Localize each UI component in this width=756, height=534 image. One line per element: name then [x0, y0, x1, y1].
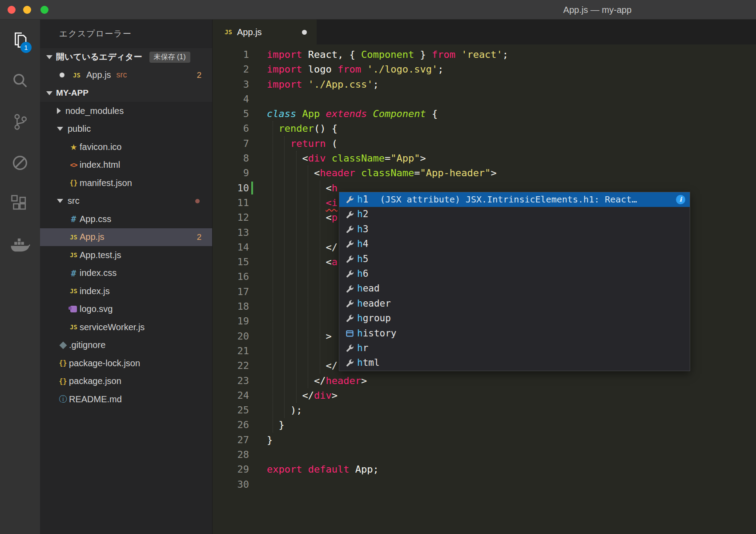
tree-item-node_modules[interactable]: node_modules	[40, 102, 212, 120]
suggestion-label: html	[357, 356, 380, 370]
svg-file-icon	[68, 306, 80, 312]
js-file-icon: JS	[68, 287, 80, 295]
line-number: 29	[237, 462, 249, 477]
line-number: 22	[237, 358, 249, 373]
tree-item-public[interactable]: public	[40, 120, 212, 138]
code-line[interactable]: 1import React, { Component } from 'react…	[213, 47, 756, 62]
code-line[interactable]: 30	[213, 477, 756, 492]
dirty-dot-icon[interactable]	[302, 30, 307, 35]
tree-item-index.js[interactable]: JSindex.js	[40, 282, 212, 300]
suggestion-html[interactable]: html	[339, 356, 690, 370]
code-text: <p	[267, 210, 338, 225]
suggestion-hgroup[interactable]: hgroup	[339, 311, 690, 326]
gutter: 8	[213, 151, 267, 166]
code-text: import React, { Component } from 'react'…	[267, 47, 508, 62]
git-branch-icon	[11, 113, 29, 131]
activity-search[interactable]	[0, 61, 40, 101]
code-line[interactable]: 4	[213, 92, 756, 106]
suggestion-label: h1	[357, 192, 368, 207]
line-number: 16	[237, 269, 249, 284]
code-line[interactable]: 3import './App.css';	[213, 77, 756, 92]
suggestion-head[interactable]: head	[339, 281, 690, 296]
code-text: </	[267, 358, 338, 373]
line-number: 10	[237, 181, 249, 195]
js-file-icon: JS	[68, 324, 80, 331]
tree-item-App.css[interactable]: #App.css	[40, 210, 212, 228]
activity-explorer[interactable]: 1	[0, 20, 40, 61]
suggestion-history[interactable]: history	[339, 326, 690, 341]
suggestion-h3[interactable]: h3	[339, 222, 690, 237]
tree-item-App.test.js[interactable]: JSApp.test.js	[40, 246, 212, 264]
editor: JS App.js 1import React, { Component } f…	[213, 20, 756, 534]
suggestion-h4[interactable]: h4	[339, 237, 690, 251]
minimize-button[interactable]	[23, 6, 31, 14]
code-line[interactable]: 2import logo from './logo.svg';	[213, 62, 756, 77]
js-file-icon: JS	[222, 28, 234, 36]
tree-item-serviceWorker.js[interactable]: JSserviceWorker.js	[40, 318, 212, 336]
wrench-icon	[344, 299, 355, 308]
code-line[interactable]: 23 </header>	[213, 373, 756, 388]
gutter: 18	[213, 299, 267, 314]
info-icon[interactable]: i	[676, 195, 685, 204]
tree-item-index.css[interactable]: #index.css	[40, 264, 212, 283]
activity-source-control[interactable]	[0, 101, 40, 142]
code-line[interactable]: 28	[213, 447, 756, 462]
tree-item-.gitignore[interactable]: .gitignore	[40, 336, 212, 355]
chevron-down-icon	[46, 55, 52, 59]
dirty-dot-icon	[60, 73, 64, 77]
open-editor-desc: src	[117, 70, 127, 80]
tree-item-package-lock.json[interactable]: {}package-lock.json	[40, 354, 212, 372]
suggestion-label: h4	[357, 237, 368, 251]
project-header[interactable]: MY-APP	[40, 84, 212, 102]
tree-item-index.html[interactable]: <>index.html	[40, 156, 212, 174]
tree-item-logo.svg[interactable]: logo.svg	[40, 300, 212, 319]
activity-debug[interactable]	[0, 142, 40, 183]
code-line[interactable]: 25 );	[213, 403, 756, 417]
html-file-icon: <>	[68, 161, 80, 169]
suggestion-header[interactable]: header	[339, 296, 690, 311]
tree-item-src[interactable]: src	[40, 192, 212, 210]
tree-item-manifest.json[interactable]: {}manifest.json	[40, 174, 212, 192]
line-number: 20	[237, 329, 249, 344]
code-area[interactable]: 1import React, { Component } from 'react…	[213, 44, 756, 534]
added-line-marker	[251, 182, 253, 194]
gutter: 13	[213, 225, 267, 240]
activity-docker[interactable]	[0, 224, 40, 265]
gutter: 26	[213, 417, 267, 432]
suggestion-label: history	[357, 326, 397, 341]
tab-appjs[interactable]: JS App.js	[213, 20, 317, 44]
info-file-icon: ⓘ	[57, 394, 69, 405]
close-button[interactable]	[8, 6, 16, 14]
code-line[interactable]: 27}	[213, 433, 756, 447]
code-line[interactable]: 6 render() {	[213, 121, 756, 136]
suggestion-h5[interactable]: h5	[339, 252, 690, 267]
tree-item-App.js[interactable]: JSApp.js2	[40, 228, 212, 247]
open-editors-header[interactable]: 開いているエディター 未保存 (1)	[40, 48, 212, 66]
code-line[interactable]: 26 }	[213, 417, 756, 432]
code-line[interactable]: 5class App extends Component {	[213, 106, 756, 121]
suggestion-hr[interactable]: hr	[339, 341, 690, 356]
tree-item-package.json[interactable]: {}package.json	[40, 372, 212, 391]
open-editor-appjs[interactable]: JS App.js src 2	[40, 66, 212, 84]
suggestion-h6[interactable]: h6	[339, 267, 690, 281]
tree-item-README.md[interactable]: ⓘREADME.md	[40, 390, 212, 409]
code-line[interactable]: 7 return (	[213, 136, 756, 151]
suggestion-h2[interactable]: h2	[339, 207, 690, 222]
line-number: 19	[237, 314, 249, 328]
suggestion-h1[interactable]: h1(JSX attribute) JSX.IntrinsicElements.…	[339, 192, 690, 207]
css-file-icon: #	[68, 268, 80, 278]
wrench-icon	[344, 270, 355, 278]
code-text: import './App.css';	[267, 77, 379, 92]
code-line[interactable]: 29export default App;	[213, 462, 756, 477]
activity-extensions[interactable]	[0, 183, 40, 224]
tree-item-favicon.ico[interactable]: ★favicon.ico	[40, 138, 212, 156]
gutter: 16	[213, 269, 267, 284]
code-line[interactable]: 24 </div>	[213, 388, 756, 403]
zoom-button[interactable]	[40, 6, 48, 14]
code-line[interactable]: 8 <div className="App">	[213, 151, 756, 166]
open-editors-label: 開いているエディター	[56, 51, 142, 63]
explorer-title: エクスプローラー	[40, 20, 212, 48]
code-line[interactable]: 9 <header className="App-header">	[213, 166, 756, 180]
debug-disabled-icon	[11, 154, 29, 172]
line-number: 27	[237, 433, 249, 447]
